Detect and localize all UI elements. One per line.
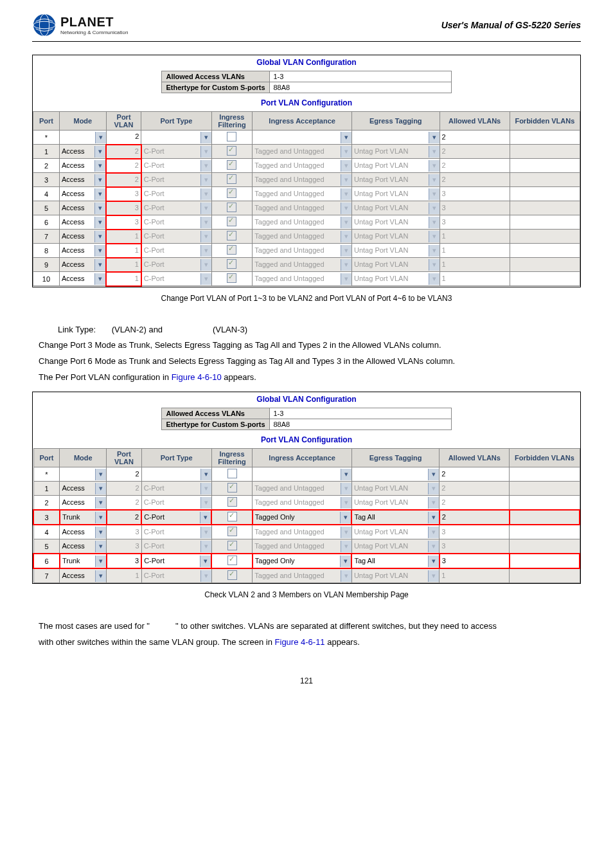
text-input[interactable] (510, 273, 580, 285)
text-input[interactable] (510, 203, 580, 214)
dropdown[interactable]: ▾ (141, 132, 211, 143)
text-input[interactable] (510, 259, 580, 271)
chevron-down-icon: ▾ (341, 231, 351, 242)
text-input[interactable] (510, 174, 580, 186)
number-input[interactable]: 3 (107, 556, 141, 567)
text-input[interactable] (510, 160, 580, 172)
dropdown[interactable]: ▾ (352, 132, 440, 143)
dropdown[interactable]: Trunk▾ (60, 556, 106, 567)
dropdown: C-Port▾ (142, 160, 211, 172)
dropdown[interactable]: C-Port▾ (142, 512, 211, 523)
dropdown[interactable]: Tagged Only▾ (253, 512, 351, 523)
number-input[interactable]: 2 (107, 469, 141, 480)
dropdown: C-Port▾ (142, 273, 211, 285)
text-input[interactable]: 3 (440, 556, 509, 567)
text-input[interactable] (510, 556, 579, 567)
allowed-access-vlans-value-2[interactable]: 1-3 (274, 410, 284, 417)
port-cell: 7 (33, 230, 60, 244)
text-input[interactable] (510, 132, 580, 143)
text-input[interactable] (510, 497, 579, 509)
table-row: *▾2▾▾▾2 (33, 467, 580, 482)
dropdown[interactable]: Access▾ (60, 146, 105, 158)
text-input[interactable] (510, 469, 579, 480)
dropdown[interactable]: Access▾ (60, 259, 105, 271)
table-row: 10Access▾1C-Port▾Tagged and Untagged▾Unt… (33, 272, 580, 286)
dropdown[interactable]: Access▾ (60, 231, 105, 242)
allowed-access-vlans-value[interactable]: 1-3 (274, 73, 284, 80)
text-input[interactable] (510, 188, 580, 200)
dropdown[interactable]: Access▾ (60, 174, 105, 186)
dropdown[interactable]: ▾ (352, 469, 439, 480)
chevron-down-icon: ▾ (341, 541, 351, 552)
dropdown[interactable]: Access▾ (60, 217, 105, 228)
dropdown: Untag Port VLAN▾ (352, 217, 440, 228)
text-input[interactable]: 2 (440, 469, 509, 480)
text-input[interactable] (510, 231, 580, 242)
dropdown: C-Port▾ (142, 203, 211, 214)
number-input: 3 (107, 527, 141, 538)
port-cell: 8 (33, 244, 60, 258)
chevron-down-icon: ▾ (341, 188, 351, 200)
chevron-down-icon: ▾ (94, 188, 105, 200)
text-input[interactable] (510, 512, 579, 523)
dropdown[interactable]: Access▾ (60, 245, 105, 257)
checkbox (227, 497, 237, 507)
dropdown[interactable]: Access▾ (60, 497, 106, 509)
dropdown[interactable]: Access▾ (60, 188, 105, 200)
chevron-down-icon: ▾ (341, 146, 351, 158)
table-row: 2Access▾2C-Port▾Tagged and Untagged▾Unta… (33, 496, 580, 511)
dropdown[interactable]: Access▾ (60, 570, 106, 582)
dropdown[interactable]: ▾ (60, 132, 106, 143)
col-forbidden-vlans: Forbidden VLANs (510, 112, 580, 131)
checkbox[interactable] (227, 469, 237, 478)
text-input[interactable]: 2 (440, 512, 509, 523)
text-input[interactable] (510, 527, 579, 538)
chevron-down-icon: ▾ (429, 188, 440, 200)
dropdown[interactable]: Access▾ (60, 483, 106, 494)
dropdown[interactable]: Tag All▾ (352, 512, 438, 523)
bottom-line-1: The most cases are used for "" to other … (39, 619, 574, 635)
number-input: 2 (107, 497, 141, 509)
checkbox[interactable] (227, 556, 237, 565)
chevron-down-icon: ▾ (200, 527, 211, 538)
dropdown[interactable]: Access▾ (60, 160, 105, 172)
dropdown[interactable]: ▾ (142, 469, 211, 480)
dropdown[interactable]: Access▾ (60, 273, 105, 285)
dropdown[interactable]: Tag All▾ (352, 556, 438, 567)
ethertype-value[interactable]: 88A8 (274, 84, 290, 91)
chevron-down-icon: ▾ (94, 217, 105, 228)
brand-name: PLANET (60, 15, 128, 30)
dropdown[interactable]: ▾ (60, 469, 106, 480)
dropdown: Tagged and Untagged▾ (253, 570, 351, 582)
chevron-down-icon: ▾ (428, 556, 439, 567)
text-input[interactable] (510, 570, 579, 582)
number-input: 2 (107, 174, 141, 186)
chevron-down-icon: ▾ (341, 259, 351, 271)
text-input[interactable] (510, 146, 580, 158)
checkbox[interactable] (227, 512, 237, 521)
dropdown[interactable]: Trunk▾ (60, 512, 106, 523)
dropdown[interactable]: ▾ (253, 132, 351, 143)
text-input[interactable] (510, 245, 580, 257)
dropdown[interactable]: Access▾ (60, 541, 106, 552)
dropdown[interactable]: Tagged Only▾ (253, 556, 351, 567)
text-input[interactable] (510, 541, 579, 552)
ethertype-value-2[interactable]: 88A8 (274, 420, 290, 428)
global-vlan-params-2: Allowed Access VLANs 1-3 Ethertype for C… (161, 408, 451, 430)
dropdown[interactable]: Access▾ (60, 527, 106, 538)
text-input[interactable] (510, 217, 580, 228)
dropdown[interactable]: Access▾ (60, 203, 105, 214)
dropdown[interactable]: C-Port▾ (142, 556, 211, 567)
text-input[interactable]: 2 (440, 132, 510, 143)
number-input[interactable]: 2 (107, 512, 141, 523)
dropdown[interactable]: ▾ (253, 469, 351, 480)
port-cell: 2 (33, 159, 60, 173)
text-input[interactable] (510, 483, 579, 494)
dropdown: Tagged and Untagged▾ (253, 245, 351, 257)
number-input[interactable]: 2 (107, 131, 141, 143)
text-input: 2 (440, 497, 509, 509)
text-input: 2 (440, 483, 509, 494)
checkbox[interactable] (227, 132, 236, 141)
chevron-down-icon: ▾ (428, 527, 439, 538)
port-cell: 7 (33, 568, 60, 583)
